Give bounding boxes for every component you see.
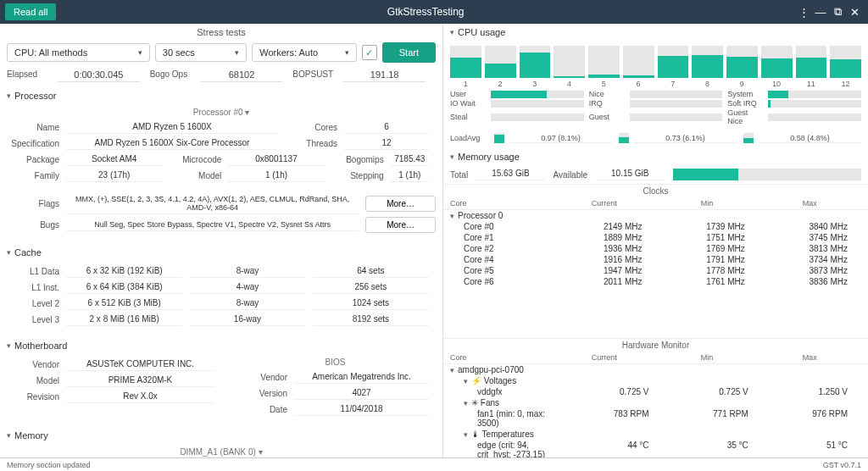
cpu-core-bar: [520, 46, 551, 78]
bios-date: 11/04/2018: [294, 402, 429, 416]
flags-value: MMX, (+), SSE(1, 2, 3, 3S, 4.1, 4.2, 4A)…: [66, 193, 359, 214]
mem-bar: [673, 169, 862, 180]
workers-dropdown[interactable]: Workers: Auto▾: [252, 43, 357, 62]
proc-value: AMD Ryzen 5 1600X: [66, 120, 278, 134]
cpu-cat-bar: [768, 91, 861, 98]
core-name: Core #1: [464, 233, 553, 242]
menu-icon[interactable]: ⋮: [795, 6, 812, 19]
duration-dropdown[interactable]: 30 secs▾: [155, 43, 247, 62]
collapse-icon[interactable]: ▾: [450, 366, 454, 374]
clock-value: 1751 MHz: [656, 233, 759, 242]
proc-value: AMD Ryzen 5 1600X Six-Core Processor: [66, 136, 278, 150]
mobo-revision: Rev X.0x: [66, 390, 214, 403]
cpu-core-bar: [761, 46, 793, 78]
cpu-core-bar: [485, 46, 516, 78]
clock-value: 3813 MHz: [759, 244, 861, 253]
cache-size: 6 x 32 KiB (192 KiB): [66, 264, 182, 278]
mem-total: 15.63 GiB: [476, 169, 544, 180]
cpu-usage-header[interactable]: CPU usage: [443, 24, 868, 41]
hwmon-value: 976 RPM: [762, 409, 861, 428]
cpu-core-bar: [830, 46, 861, 78]
elapsed-value: 0:00:30.045: [58, 69, 140, 82]
hwmon-value: 1.250 V: [762, 387, 861, 396]
collapse-icon[interactable]: ▾: [464, 430, 468, 439]
method-dropdown[interactable]: CPU: All methods▾: [7, 43, 150, 62]
chevron-down-icon: ▾: [235, 48, 239, 57]
clock-value: 1791 MHz: [656, 255, 759, 264]
bugs-label: Bugs: [7, 220, 66, 230]
clocks-header: Clocks: [443, 184, 868, 197]
proc-value: Socket AM4: [66, 152, 162, 166]
cache-section-header[interactable]: Cache: [0, 242, 442, 263]
cpu-core-bar: [554, 46, 585, 78]
bios-version: 4027: [294, 386, 429, 400]
flags-label: Flags: [7, 199, 66, 208]
mobo-vendor: ASUSTeK COMPUTER INC.: [66, 357, 214, 371]
processor-section-header[interactable]: Processor: [0, 86, 442, 106]
flags-more-button[interactable]: More…: [365, 196, 436, 212]
stress-tests-header: Stress tests: [0, 24, 442, 39]
cpu-core-bar: [623, 46, 654, 78]
right-panel: CPU usage 123456789101112 UserNiceSystem…: [443, 24, 868, 457]
cpu-cat-bar: [768, 114, 861, 121]
clocks-processor: Processor 0: [458, 211, 503, 220]
bops-label: BOPSUST: [292, 69, 343, 82]
loadavg-value: 0.97 (8.1%): [509, 134, 612, 143]
loadavg-bar: [743, 133, 754, 143]
bogo-value: 68102: [201, 69, 283, 82]
processor-selector[interactable]: Processor #0 ▾: [0, 106, 442, 119]
minimize-icon[interactable]: —: [812, 6, 829, 19]
clock-value: 3734 MHz: [759, 255, 861, 264]
hwmon-value: 44 °C: [563, 441, 662, 457]
chevron-down-icon: ▾: [345, 48, 349, 57]
clock-value: 2149 MHz: [553, 222, 655, 231]
loadavg-bar: [619, 133, 629, 143]
cpu-core-bar: [692, 46, 723, 78]
cache-size: 6 x 64 KiB (384 KiB): [66, 280, 182, 294]
bugs-more-button[interactable]: More…: [365, 217, 436, 233]
motherboard-section-header[interactable]: Motherboard: [0, 335, 442, 356]
collapse-icon[interactable]: ▾: [450, 212, 454, 220]
verify-checkbox[interactable]: ✓: [362, 45, 377, 60]
read-all-button[interactable]: Read all: [5, 3, 56, 20]
hwmon-value: fan1 (min: 0, max: 3500): [477, 409, 563, 428]
collapse-icon[interactable]: ▾: [464, 377, 468, 385]
loadavg-value: 0.73 (6.1%): [634, 134, 737, 143]
maximize-icon[interactable]: ⧉: [829, 5, 846, 19]
hwmon-value: 35 °C: [663, 441, 762, 457]
cpu-cat-bar: [630, 100, 723, 108]
clock-value: 3745 MHz: [759, 233, 861, 242]
collapse-icon[interactable]: ▾: [464, 399, 468, 407]
status-message: Memory section updated: [7, 461, 91, 469]
memory-usage-header[interactable]: Memory usage: [443, 148, 868, 165]
clock-value: 2011 MHz: [553, 277, 655, 286]
core-name: Core #5: [464, 266, 553, 275]
cpu-core-bar: [658, 46, 689, 78]
dimm-selector[interactable]: DIMM_A1 (BANK 0) ▾: [0, 446, 442, 457]
titlebar: Read all GtkStressTesting ⋮ — ⧉ ✕: [0, 0, 868, 24]
core-name: Core #6: [464, 277, 553, 286]
memory-section-header[interactable]: Memory: [0, 425, 442, 446]
clock-value: 1761 MHz: [656, 277, 759, 286]
core-name: Core #0: [464, 222, 553, 231]
clock-value: 1769 MHz: [656, 244, 759, 253]
hwmon-value: 783 RPM: [563, 409, 662, 428]
statusbar: Memory section updated GST v0.7.1: [0, 457, 868, 471]
clock-value: 3836 MHz: [759, 277, 861, 286]
cpu-core-bar: [450, 46, 481, 78]
cpu-cat-bar: [491, 91, 584, 98]
mem-avail: 10.15 GiB: [596, 169, 664, 180]
window-title: GtkStressTesting: [56, 6, 795, 18]
cpu-cat-bar: [630, 114, 723, 121]
hwmon-value: edge (crit: 94, crit_hyst: -273.15): [477, 441, 563, 457]
loadavg-label: LoadAvg: [450, 134, 487, 142]
elapsed-label: Elapsed: [7, 69, 58, 82]
start-button[interactable]: Start: [382, 42, 436, 63]
cache-size: 2 x 8 MiB (16 MiB): [66, 313, 182, 326]
clock-value: 3840 MHz: [759, 222, 861, 231]
cpu-cat-bar: [491, 114, 584, 121]
close-icon[interactable]: ✕: [846, 6, 863, 19]
left-panel: Stress tests CPU: All methods▾ 30 secs▾ …: [0, 24, 443, 457]
hwmon-value: 0.725 V: [563, 387, 662, 396]
cpu-cat-bar: [630, 91, 723, 98]
